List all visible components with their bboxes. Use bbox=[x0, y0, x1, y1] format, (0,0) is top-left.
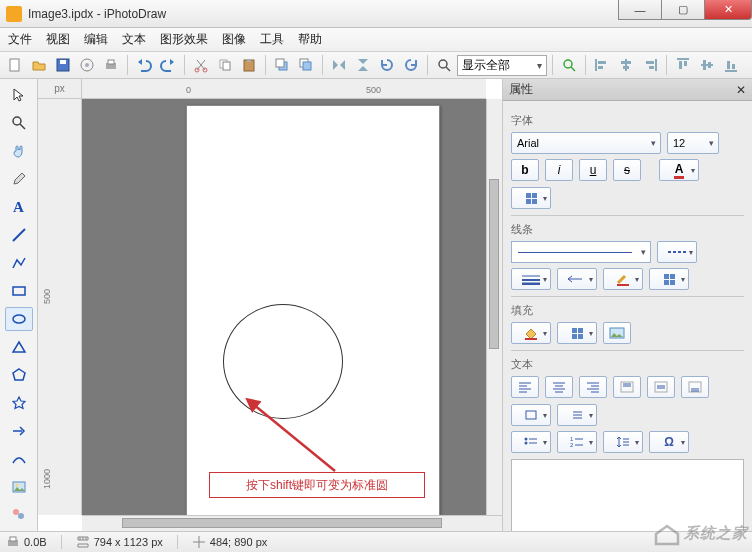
cut-button[interactable] bbox=[190, 54, 212, 76]
save-button[interactable] bbox=[52, 54, 74, 76]
arrow-tool[interactable] bbox=[5, 419, 33, 443]
align-middle-button[interactable] bbox=[696, 54, 718, 76]
text-align-center-button[interactable] bbox=[545, 376, 573, 398]
text-direction-button[interactable] bbox=[511, 404, 551, 426]
bring-front-button[interactable] bbox=[295, 54, 317, 76]
section-fill-label: 填充 bbox=[511, 303, 744, 318]
menu-file[interactable]: 文件 bbox=[8, 31, 32, 48]
symbol-button[interactable]: Ω bbox=[649, 431, 689, 453]
italic-button[interactable]: i bbox=[545, 159, 573, 181]
svg-point-31 bbox=[13, 117, 21, 125]
svg-rect-47 bbox=[655, 382, 667, 392]
properties-close-icon[interactable]: ✕ bbox=[736, 83, 746, 97]
line-spacing-button[interactable] bbox=[603, 431, 643, 453]
horizontal-scrollbar[interactable] bbox=[82, 515, 502, 531]
open-button[interactable] bbox=[28, 54, 50, 76]
status-filesize: 0.0B bbox=[6, 535, 47, 549]
text-list-button[interactable] bbox=[557, 404, 597, 426]
send-back-button[interactable] bbox=[271, 54, 293, 76]
underline-button[interactable]: u bbox=[579, 159, 607, 181]
main-area: A px 0 500 500 1000 按下shift键即可变为标准圆 bbox=[0, 79, 752, 531]
svg-rect-21 bbox=[621, 61, 631, 64]
menu-help[interactable]: 帮助 bbox=[298, 31, 322, 48]
svg-rect-6 bbox=[108, 60, 114, 64]
text-tool[interactable]: A bbox=[5, 195, 33, 219]
v-tick: 500 bbox=[42, 289, 52, 304]
eyedropper-tool[interactable] bbox=[5, 167, 33, 191]
menu-view[interactable]: 视图 bbox=[46, 31, 70, 48]
maximize-button[interactable]: ▢ bbox=[661, 0, 705, 20]
canvas[interactable]: 按下shift键即可变为标准圆 bbox=[82, 99, 486, 515]
font-color-button[interactable]: A bbox=[659, 159, 699, 181]
hand-tool[interactable] bbox=[5, 139, 33, 163]
fill-grid-button[interactable] bbox=[557, 322, 597, 344]
star-tool[interactable] bbox=[5, 391, 33, 415]
image-tool[interactable] bbox=[5, 475, 33, 499]
arrow-start-button[interactable] bbox=[557, 268, 597, 290]
text-valign-mid-button[interactable] bbox=[647, 376, 675, 398]
align-center-button[interactable] bbox=[615, 54, 637, 76]
polygon-tool[interactable] bbox=[5, 363, 33, 387]
menu-shape-effects[interactable]: 图形效果 bbox=[160, 31, 208, 48]
flip-v-button[interactable] bbox=[352, 54, 374, 76]
line-width-button[interactable] bbox=[511, 268, 551, 290]
print-button[interactable] bbox=[100, 54, 122, 76]
menu-tools[interactable]: 工具 bbox=[260, 31, 284, 48]
text-align-left-button[interactable] bbox=[511, 376, 539, 398]
vertical-scrollbar[interactable] bbox=[486, 99, 502, 515]
redo-button[interactable] bbox=[157, 54, 179, 76]
line-style-select[interactable] bbox=[511, 241, 651, 263]
line-grid-button[interactable] bbox=[649, 268, 689, 290]
scan-button[interactable] bbox=[76, 54, 98, 76]
bold-button[interactable]: b bbox=[511, 159, 539, 181]
triangle-tool[interactable] bbox=[5, 335, 33, 359]
custom-shape-tool[interactable] bbox=[5, 503, 33, 527]
svg-rect-49 bbox=[526, 411, 536, 419]
new-button[interactable] bbox=[4, 54, 26, 76]
ellipse-tool[interactable] bbox=[5, 307, 33, 331]
menu-image[interactable]: 图像 bbox=[222, 31, 246, 48]
fill-picture-button[interactable] bbox=[603, 322, 631, 344]
svg-rect-22 bbox=[623, 66, 629, 69]
text-align-right-button[interactable] bbox=[579, 376, 607, 398]
properties-title: 属性 bbox=[509, 81, 533, 98]
font-family-select[interactable]: Arial bbox=[511, 132, 661, 154]
align-bottom-button[interactable] bbox=[720, 54, 742, 76]
copy-button[interactable] bbox=[214, 54, 236, 76]
zoom-tool-button[interactable] bbox=[433, 54, 455, 76]
line-color-button[interactable] bbox=[603, 268, 643, 290]
font-grid-button[interactable] bbox=[511, 187, 551, 209]
magnifier-tool[interactable] bbox=[5, 111, 33, 135]
crosshair-icon bbox=[192, 535, 206, 549]
rectangle-tool[interactable] bbox=[5, 279, 33, 303]
undo-button[interactable] bbox=[133, 54, 155, 76]
curve-tool[interactable] bbox=[5, 447, 33, 471]
align-left-button[interactable] bbox=[591, 54, 613, 76]
status-dimensions: 794 x 1123 px bbox=[76, 535, 163, 549]
polyline-tool[interactable] bbox=[5, 251, 33, 275]
paste-button[interactable] bbox=[238, 54, 260, 76]
align-right-button[interactable] bbox=[639, 54, 661, 76]
close-button[interactable]: ✕ bbox=[704, 0, 752, 20]
line-tool[interactable] bbox=[5, 223, 33, 247]
bullet-list-button[interactable] bbox=[511, 431, 551, 453]
menu-edit[interactable]: 编辑 bbox=[84, 31, 108, 48]
section-font-label: 字体 bbox=[511, 113, 744, 128]
fill-color-button[interactable] bbox=[511, 322, 551, 344]
text-valign-bot-button[interactable] bbox=[681, 376, 709, 398]
fit-button[interactable] bbox=[558, 54, 580, 76]
font-size-select[interactable]: 12 bbox=[667, 132, 719, 154]
flip-h-button[interactable] bbox=[328, 54, 350, 76]
rotate-right-button[interactable] bbox=[400, 54, 422, 76]
strike-button[interactable]: s bbox=[613, 159, 641, 181]
properties-titlebar: 属性 ✕ bbox=[503, 79, 752, 101]
line-dash-button[interactable] bbox=[657, 241, 697, 263]
menu-text[interactable]: 文本 bbox=[122, 31, 146, 48]
minimize-button[interactable]: — bbox=[618, 0, 662, 20]
text-valign-top-button[interactable] bbox=[613, 376, 641, 398]
numbered-list-button[interactable]: 12 bbox=[557, 431, 597, 453]
pointer-tool[interactable] bbox=[5, 83, 33, 107]
align-top-button[interactable] bbox=[672, 54, 694, 76]
zoom-select[interactable]: 显示全部 bbox=[457, 55, 547, 76]
rotate-left-button[interactable] bbox=[376, 54, 398, 76]
